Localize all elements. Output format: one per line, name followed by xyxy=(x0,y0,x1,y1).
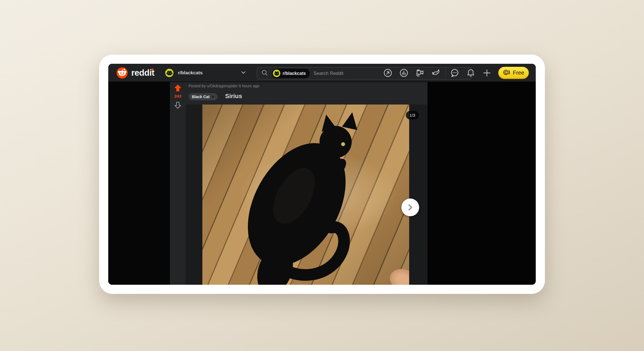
upvote-button[interactable] xyxy=(173,84,182,93)
topbar-icon-group: C Free xyxy=(380,64,529,82)
black-cat-illustration xyxy=(202,105,409,285)
black-heart-icon: ♥ xyxy=(212,95,214,99)
community-name: r/blackcats xyxy=(178,70,203,76)
post-image-black-cat[interactable] xyxy=(202,105,409,285)
community-filter-chip[interactable]: r/blackcats xyxy=(272,69,310,78)
svg-text:C: C xyxy=(505,70,507,74)
left-background-gutter xyxy=(108,82,170,285)
post-flair[interactable]: Black Cat ♥ xyxy=(188,93,218,100)
community-avatar-icon xyxy=(273,70,280,77)
vote-count: 243 xyxy=(170,94,186,98)
vote-column: 243 xyxy=(170,82,186,285)
free-button-label: Free xyxy=(513,70,524,76)
community-selector[interactable]: r/blackcats xyxy=(165,67,248,79)
popular-arrow-icon[interactable] xyxy=(380,64,396,82)
snoo-logo-icon xyxy=(117,67,128,78)
search-placeholder: Search Reddit xyxy=(314,71,344,76)
post-meta: Posted by u/Okdragonspider 6 hours ago xyxy=(188,84,259,88)
reddit-wordmark: reddit xyxy=(131,68,154,78)
search-icon xyxy=(261,69,268,78)
chevron-down-icon xyxy=(240,69,247,77)
chevron-right-icon xyxy=(406,203,414,212)
reddit-logo[interactable]: reddit xyxy=(117,64,154,82)
coins-free-button[interactable]: C Free xyxy=(498,67,529,79)
post-title: Sirius xyxy=(225,93,242,100)
wordmark-i-dot xyxy=(151,68,154,71)
chip-label: r/blackcats xyxy=(283,71,306,76)
flair-label: Black Cat xyxy=(192,95,210,99)
page-content: 243 Posted by u/Okdragonspider 6 hours a… xyxy=(108,82,536,285)
top-navigation-bar: reddit r/blackcats xyxy=(108,64,536,82)
broadcast-camera-icon[interactable] xyxy=(412,64,428,82)
notifications-bell-icon[interactable] xyxy=(463,64,479,82)
chat-icon[interactable] xyxy=(447,64,463,82)
reddit-app: reddit r/blackcats xyxy=(108,64,536,285)
right-background-gutter: Help Reddit Coins Reddit Premium Reddit … xyxy=(427,82,536,285)
browser-window: reddit r/blackcats xyxy=(99,55,545,294)
top-chart-icon[interactable] xyxy=(396,64,412,82)
gallery-counter-badge: 1/3 xyxy=(406,111,419,119)
powerups-narwhal-icon[interactable] xyxy=(428,64,444,82)
post-media-area: 1/3 xyxy=(186,105,427,285)
downvote-button[interactable] xyxy=(173,101,182,111)
community-avatar-icon xyxy=(165,69,173,77)
create-post-plus-icon[interactable] xyxy=(479,64,495,82)
gallery-next-button[interactable] xyxy=(401,199,419,216)
coin-icon: C xyxy=(503,68,510,77)
topbar-divider xyxy=(445,68,446,78)
post-card: 243 Posted by u/Okdragonspider 6 hours a… xyxy=(170,82,427,285)
